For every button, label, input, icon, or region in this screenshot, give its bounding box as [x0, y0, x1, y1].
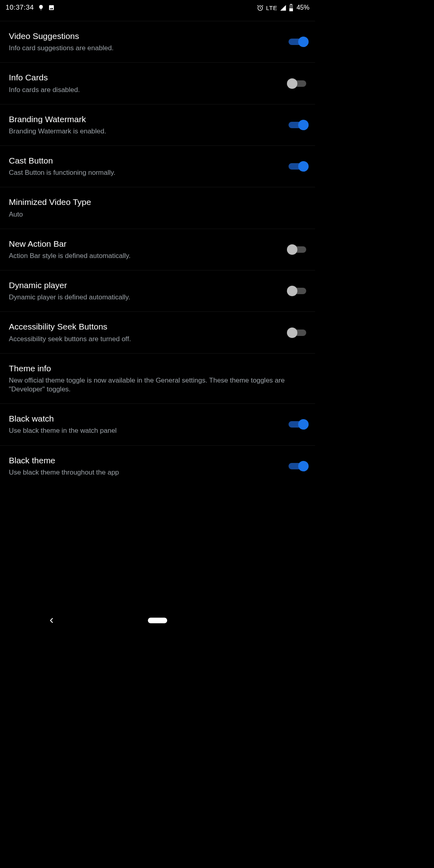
setting-title: Info Cards	[9, 72, 280, 83]
toggle-video-suggestions[interactable]	[289, 39, 306, 45]
svg-rect-1	[290, 4, 292, 5]
toggle-branding-watermark[interactable]	[289, 122, 306, 128]
setting-texts: Minimized Video TypeAuto	[9, 197, 306, 219]
toggle-thumb	[287, 78, 297, 89]
setting-subtitle: Info cards are disabled.	[9, 86, 280, 94]
alarm-icon	[257, 4, 264, 11]
setting-subtitle: Auto	[9, 210, 306, 219]
status-bar: 10:37:34 LTE 45%	[0, 0, 315, 15]
setting-title: Minimized Video Type	[9, 197, 306, 207]
image-icon	[48, 4, 55, 11]
setting-title: Video Suggestions	[9, 31, 280, 41]
setting-title: Black theme	[9, 455, 280, 466]
setting-title: Dynamic player	[9, 280, 280, 291]
network-label: LTE	[266, 4, 277, 11]
toggle-dynamic-player[interactable]	[289, 288, 306, 294]
setting-texts: Theme infoNew official theme toggle is n…	[9, 363, 306, 394]
setting-black-watch[interactable]: Black watchUse black theme in the watch …	[0, 403, 315, 445]
setting-title: Theme info	[9, 363, 306, 374]
toggle-thumb	[298, 37, 309, 47]
setting-subtitle: Accessibility seek buttons are turned of…	[9, 335, 280, 344]
setting-texts: Black watchUse black theme in the watch …	[9, 414, 280, 435]
home-pill[interactable]	[148, 618, 167, 623]
setting-texts: Video SuggestionsInfo card suggestions a…	[9, 31, 280, 53]
battery-percent: 45%	[297, 4, 309, 11]
navigation-bar	[0, 611, 315, 630]
toggle-thumb	[298, 161, 309, 172]
setting-subtitle: Info card suggestions are enabled.	[9, 44, 280, 53]
setting-title: New Action Bar	[9, 239, 280, 249]
toggle-black-theme[interactable]	[289, 463, 306, 469]
status-time: 10:37:34	[6, 4, 34, 12]
back-icon[interactable]	[47, 616, 55, 624]
setting-texts: Black themeUse black theme throughout th…	[9, 455, 280, 477]
setting-subtitle: Dynamic player is defined automatically.	[9, 293, 280, 302]
status-left: 10:37:34	[6, 4, 55, 12]
toggle-thumb	[298, 120, 309, 130]
status-right: LTE 45%	[257, 4, 309, 11]
setting-texts: New Action BarAction Bar style is define…	[9, 239, 280, 260]
setting-video-suggestions[interactable]: Video SuggestionsInfo card suggestions a…	[0, 21, 315, 62]
setting-accessibility-seek-buttons[interactable]: Accessibility Seek ButtonsAccessibility …	[0, 311, 315, 353]
setting-texts: Cast ButtonCast Button is functioning no…	[9, 156, 280, 177]
setting-new-action-bar[interactable]: New Action BarAction Bar style is define…	[0, 229, 315, 270]
setting-subtitle: Action Bar style is defined automaticall…	[9, 252, 280, 260]
toggle-thumb	[287, 328, 297, 338]
setting-title: Black watch	[9, 414, 280, 424]
toggle-new-action-bar[interactable]	[289, 246, 306, 253]
setting-title: Cast Button	[9, 156, 280, 166]
lightbulb-icon	[38, 4, 44, 11]
toggle-cast-button[interactable]	[289, 163, 306, 170]
battery-icon	[289, 4, 293, 11]
setting-branding-watermark[interactable]: Branding WatermarkBranding Watermark is …	[0, 104, 315, 145]
setting-cast-button[interactable]: Cast ButtonCast Button is functioning no…	[0, 145, 315, 187]
setting-subtitle: Branding Watermark is enabled.	[9, 127, 280, 136]
toggle-accessibility-seek-buttons[interactable]	[289, 330, 306, 336]
toggle-info-cards[interactable]	[289, 80, 306, 87]
toggle-thumb	[287, 244, 297, 255]
setting-texts: Accessibility Seek ButtonsAccessibility …	[9, 321, 280, 343]
setting-black-theme[interactable]: Black themeUse black theme throughout th…	[0, 445, 315, 487]
signal-icon	[280, 4, 287, 11]
screen: 10:37:34 LTE 45% Video SuggestionsInfo c…	[0, 0, 315, 630]
setting-subtitle: Use black theme throughout the app	[9, 468, 280, 477]
setting-texts: Dynamic playerDynamic player is defined …	[9, 280, 280, 302]
toggle-thumb	[298, 419, 309, 430]
setting-theme-info[interactable]: Theme infoNew official theme toggle is n…	[0, 353, 315, 403]
svg-rect-3	[289, 8, 293, 11]
settings-list[interactable]: Video SuggestionsInfo card suggestions a…	[0, 15, 315, 611]
setting-minimized-video-type[interactable]: Minimized Video TypeAuto	[0, 187, 315, 228]
setting-texts: Info CardsInfo cards are disabled.	[9, 72, 280, 94]
setting-texts: Branding WatermarkBranding Watermark is …	[9, 114, 280, 136]
setting-title: Branding Watermark	[9, 114, 280, 125]
toggle-thumb	[298, 461, 309, 471]
setting-info-cards[interactable]: Info CardsInfo cards are disabled.	[0, 62, 315, 104]
setting-subtitle: Cast Button is functioning normally.	[9, 168, 280, 177]
setting-title: Accessibility Seek Buttons	[9, 321, 280, 332]
toggle-thumb	[287, 286, 297, 296]
setting-dynamic-player[interactable]: Dynamic playerDynamic player is defined …	[0, 270, 315, 311]
setting-subtitle: Use black theme in the watch panel	[9, 426, 280, 435]
toggle-black-watch[interactable]	[289, 421, 306, 428]
setting-subtitle: New official theme toggle is now availab…	[9, 376, 306, 394]
